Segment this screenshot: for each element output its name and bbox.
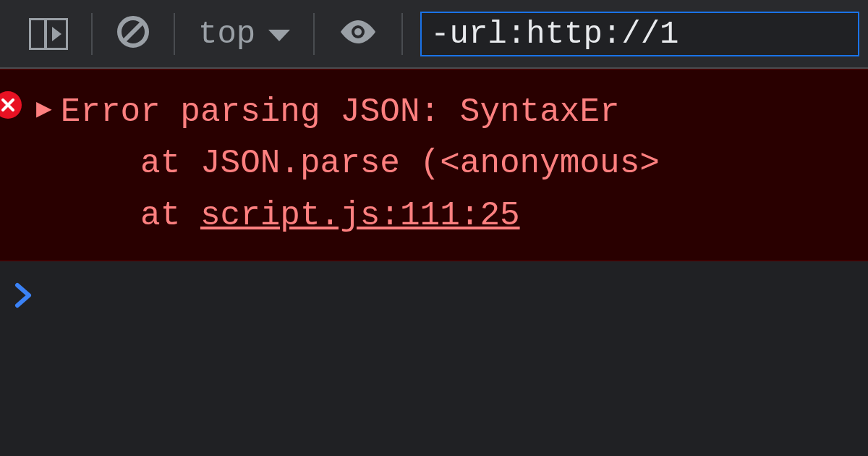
svg-marker-2	[52, 27, 61, 41]
toggle-sidebar-button[interactable]	[9, 0, 88, 68]
chevron-down-icon	[268, 16, 290, 52]
error-line-1: Error parsing JSON: SyntaxEr	[61, 93, 620, 131]
context-selector[interactable]: top	[178, 16, 310, 52]
toolbar-divider	[401, 13, 403, 55]
error-icon-column	[0, 87, 36, 119]
error-text: Error parsing JSON: SyntaxEr at JSON.par…	[61, 87, 660, 242]
svg-marker-5	[268, 30, 290, 41]
toolbar-divider	[91, 13, 93, 55]
error-source-link[interactable]: script.js:111:25	[200, 197, 520, 235]
panel-toggle-icon	[29, 18, 68, 50]
prompt-chevron-icon	[14, 282, 33, 318]
toolbar-divider	[313, 13, 315, 55]
error-anonymous: <anonymous>	[440, 145, 660, 182]
error-message-row: ▶ Error parsing JSON: SyntaxEr at JSON.p…	[0, 69, 868, 261]
context-label: top	[198, 16, 255, 52]
eye-icon	[338, 17, 378, 50]
svg-line-4	[124, 22, 142, 41]
error-line-2-prefix: at JSON.parse (	[61, 145, 441, 182]
clear-console-button[interactable]	[95, 0, 171, 68]
error-line-3-prefix: at	[61, 197, 200, 235]
error-icon	[0, 91, 22, 119]
console-toolbar: top	[0, 0, 868, 69]
error-content: ▶ Error parsing JSON: SyntaxEr at JSON.p…	[36, 87, 868, 242]
expand-arrow-icon[interactable]: ▶	[36, 93, 52, 124]
filter-input[interactable]	[420, 12, 859, 56]
console-prompt-row[interactable]	[0, 261, 868, 338]
live-expression-button[interactable]	[318, 0, 399, 68]
toolbar-divider	[174, 13, 175, 55]
svg-rect-0	[30, 19, 46, 49]
console-output: ▶ Error parsing JSON: SyntaxEr at JSON.p…	[0, 69, 868, 338]
clear-icon	[116, 14, 150, 53]
svg-point-7	[354, 28, 362, 35]
